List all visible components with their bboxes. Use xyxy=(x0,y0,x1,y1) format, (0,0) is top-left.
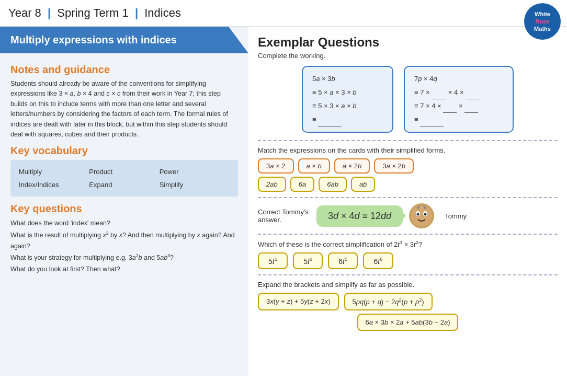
vocab-cell-multiply: Multiply xyxy=(19,168,89,176)
answer-6t5: 6t5 xyxy=(328,252,358,269)
blank5 xyxy=(464,112,478,113)
expand-cards-row2: 6a × 3b × 2a + 5ab(3b − 2a) xyxy=(258,314,558,331)
answer-5t6: 5t6 xyxy=(293,252,323,269)
sep2: | xyxy=(135,6,138,19)
left-panel: Multiply expressions with indices Notes … xyxy=(0,27,248,376)
topic-label: Indices xyxy=(144,6,181,19)
header-title: Year 8 | Spring Term 1 | Indices xyxy=(8,6,181,20)
blank3 xyxy=(466,99,480,99)
expand-expr3: 6a × 3b × 2a + 5ab(3b − 2a) xyxy=(357,314,459,331)
vocab-cell-expand: Expand xyxy=(89,181,159,189)
blank4 xyxy=(443,112,457,113)
main-content: Multiply expressions with indices Notes … xyxy=(0,27,567,376)
q1-box1: 5a × 3b ≡ 5 × a × 3 × b ≡ 5 × 3 × a × b … xyxy=(302,66,393,133)
vocab-cell-power: Power xyxy=(160,168,230,176)
year-label: Year 8 xyxy=(8,6,41,19)
q1-section: 5a × 3b ≡ 5 × a × 3 × b ≡ 5 × 3 × a × b … xyxy=(258,66,558,133)
right-panel: Exemplar Questions Complete the working.… xyxy=(248,27,567,376)
blank2 xyxy=(432,99,446,99)
vocab-row-1: Multiply Product Power xyxy=(19,165,230,178)
q1-box2: 7p × 4q ≡ 7 × × 4 × ≡ 7 × 4 × × ≡ xyxy=(404,66,514,133)
answer-cards-row: 5t5 5t6 6t5 6t6 xyxy=(258,252,558,269)
page-header: Year 8 | Spring Term 1 | Indices White R… xyxy=(0,0,567,27)
section-header: Multiply expressions with indices xyxy=(0,27,248,53)
svg-point-4 xyxy=(417,213,419,216)
expand-cards-row1: 3x(y + z) + 5y(z + 2x) 5pq(p + q) − 2q2(… xyxy=(258,293,558,310)
answer-6t6: 6t6 xyxy=(363,252,393,269)
divider-3 xyxy=(258,234,558,235)
simplify-question: Which of these is the correct simplifica… xyxy=(258,240,558,248)
cards-row-top: 3a × 2 a × b a × 2b 3a × 2b xyxy=(258,158,558,174)
card-3ax2: 3a × 2 xyxy=(258,158,294,174)
card-3ax2b: 3a × 2b xyxy=(374,158,414,174)
complete-instruction: Complete the working. xyxy=(258,52,558,60)
svg-point-1 xyxy=(411,205,432,226)
card-ab: ab xyxy=(351,177,375,192)
guidance-text: Students should already be aware of the … xyxy=(10,79,238,140)
vocab-row-2: Index/Indices Expand Simplify xyxy=(19,178,230,191)
card-6a: 6a xyxy=(290,177,314,192)
divider-2 xyxy=(258,197,558,198)
tommy-avatar-icon xyxy=(409,203,434,228)
left-content: Notes and guidance Students should alrea… xyxy=(0,53,248,281)
match-instruction: Match the expressions on the cards with … xyxy=(258,146,558,154)
logo-line2: Rose xyxy=(536,18,550,25)
blank6 xyxy=(420,126,444,126)
vocab-cell-index: Index/Indices xyxy=(19,181,89,189)
expand-expr2: 5pq(p + q) − 2q2(p + p2) xyxy=(344,293,433,310)
card-ax2b: a × 2b xyxy=(334,158,370,174)
tommy-instruction: Correct Tommy's answer. xyxy=(258,208,310,224)
vocab-title: Key vocabulary xyxy=(10,145,238,157)
card-axb: a × b xyxy=(298,158,330,174)
svg-point-5 xyxy=(424,213,427,216)
key-questions-text: What does the word 'index' mean? What is… xyxy=(10,218,238,275)
vocab-cell-product: Product xyxy=(89,168,159,176)
sep1: | xyxy=(48,6,51,19)
logo-line1: White xyxy=(535,10,550,18)
logo-line3: Maths xyxy=(534,25,551,32)
divider-1 xyxy=(258,140,558,141)
svg-point-7 xyxy=(417,207,419,209)
tommy-label: Tommy xyxy=(445,212,467,220)
card-6ab: 6ab xyxy=(319,177,347,192)
tommy-section: Correct Tommy's answer. 3d × 4d ≡ 12dd xyxy=(258,203,558,228)
tommy-face xyxy=(409,203,434,228)
questions-title: Key questions xyxy=(10,203,238,215)
svg-point-9 xyxy=(424,207,426,209)
vocab-cell-simplify: Simplify xyxy=(160,181,230,189)
exemplar-title: Exemplar Questions xyxy=(258,35,558,50)
divider-4 xyxy=(258,274,558,275)
notes-title: Notes and guidance xyxy=(10,64,238,76)
expand-instruction: Expand the brackets and simplify as far … xyxy=(258,281,558,289)
vocab-table: Multiply Product Power Index/Indices Exp… xyxy=(10,160,238,197)
tommy-box: 3d × 4d ≡ 12dd xyxy=(316,205,403,227)
blank1 xyxy=(318,126,342,126)
answer-5t5: 5t5 xyxy=(258,252,288,269)
card-2ab: 2ab xyxy=(258,177,286,192)
term-label: Spring Term 1 xyxy=(57,6,129,19)
expand-expr1: 3x(y + z) + 5y(z + 2x) xyxy=(258,293,339,310)
wrm-logo: White Rose Maths xyxy=(524,3,561,40)
cards-row-bottom: 2ab 6a 6ab ab xyxy=(258,177,558,192)
